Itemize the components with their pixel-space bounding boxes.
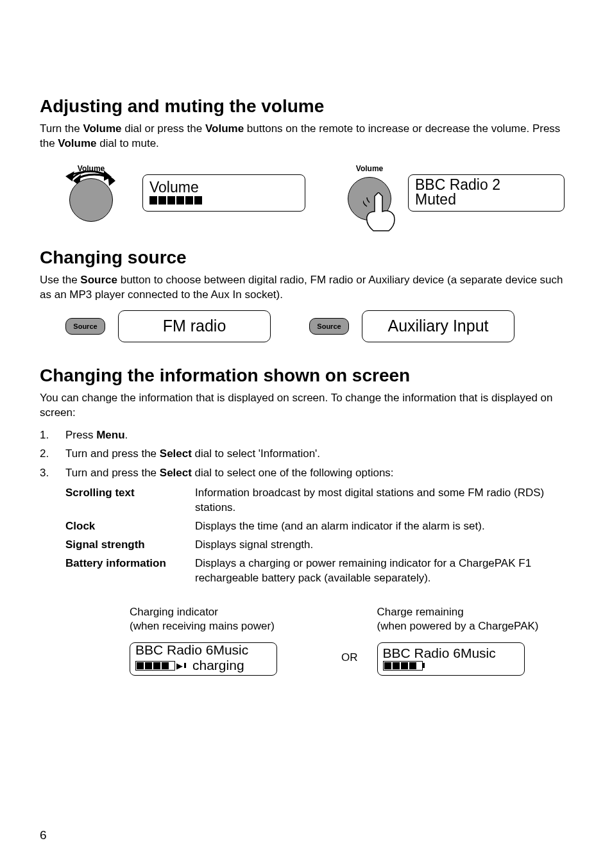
- lcd-volume: Volume: [142, 174, 305, 212]
- section-info: Changing the information shown on screen…: [40, 365, 574, 676]
- dial-icon: [69, 178, 113, 222]
- desc-scrolling-text: Information broadcast by most digital st…: [195, 486, 574, 515]
- hand-press-icon: [363, 192, 402, 237]
- charging-indicator-column: Charging indicator (when receiving mains…: [130, 605, 322, 676]
- lcd-line1: BBC Radio 2: [415, 178, 557, 192]
- page-number: 6: [40, 828, 47, 842]
- or-label: OR: [341, 651, 358, 676]
- lcd-charging: BBC Radio 6Music ▶ charging: [130, 642, 277, 676]
- lcd-line2: Muted: [415, 192, 557, 207]
- term-scrolling-text: Scrolling text: [65, 486, 187, 515]
- lcd-aux-input: Auxiliary Input: [362, 310, 514, 342]
- section-source: Changing source Use the Source button to…: [40, 247, 574, 342]
- lcd-line1: Volume: [149, 180, 298, 195]
- term-clock: Clock: [65, 519, 187, 534]
- step-1: Press Menu.: [40, 427, 574, 444]
- term-battery-information: Battery information: [65, 556, 187, 586]
- volume-bars-icon: [149, 196, 298, 204]
- source-button-icon: Source: [309, 318, 349, 335]
- battery-illustration-row: Charging indicator (when receiving mains…: [130, 605, 574, 676]
- paragraph-info: You can change the information that is d…: [40, 391, 574, 421]
- charge-remaining-column: Charge remaining (when powered by a Char…: [377, 605, 570, 676]
- source-illustration-row: Source FM radio Source Auxiliary Input: [65, 310, 574, 342]
- lcd-station-name: BBC Radio 6Music: [135, 643, 271, 656]
- charging-label: charging: [192, 658, 244, 673]
- manual-page: Adjusting and muting the volume Turn the…: [0, 0, 612, 868]
- desc-clock: Displays the time (and an alarm indicato…: [195, 519, 574, 534]
- volume-illustration-row: Volume Volume: [40, 158, 574, 222]
- step-2: Turn and press the Select dial to select…: [40, 446, 574, 462]
- desc-signal-strength: Displays signal strength.: [195, 538, 574, 553]
- dial-label: Volume: [356, 164, 383, 173]
- heading-volume: Adjusting and muting the volume: [40, 96, 574, 117]
- step-3: Turn and press the Select dial to select…: [40, 465, 574, 481]
- steps-list: Press Menu. Turn and press the Select di…: [40, 427, 574, 481]
- caption-charging: Charging indicator (when receiving mains…: [130, 605, 322, 633]
- lcd-station-name: BBC Radio 6Music: [383, 646, 519, 660]
- battery-charging-icon: ▶: [135, 661, 186, 671]
- heading-source: Changing source: [40, 247, 574, 268]
- lcd-remaining: BBC Radio 6Music: [377, 642, 525, 676]
- battery-level-icon: [383, 661, 425, 671]
- term-signal-strength: Signal strength: [65, 538, 187, 553]
- volume-press-dial: Volume: [331, 158, 408, 222]
- source-button-icon: Source: [65, 318, 105, 335]
- info-options-table: Scrolling text Information broadcast by …: [65, 486, 574, 586]
- paragraph-volume: Turn the Volume dial or press the Volume…: [40, 122, 574, 151]
- section-volume: Adjusting and muting the volume Turn the…: [40, 96, 574, 222]
- caption-remaining: Charge remaining (when powered by a Char…: [377, 605, 570, 633]
- volume-turn-dial: Volume: [40, 158, 142, 222]
- lcd-muted: BBC Radio 2 Muted: [408, 174, 565, 212]
- lcd-fm-radio: FM radio: [118, 310, 271, 342]
- heading-info: Changing the information shown on screen: [40, 365, 574, 386]
- desc-battery-information: Displays a charging or power remaining i…: [195, 556, 574, 586]
- paragraph-source: Use the Source button to choose between …: [40, 273, 574, 303]
- svg-marker-2: [108, 174, 115, 186]
